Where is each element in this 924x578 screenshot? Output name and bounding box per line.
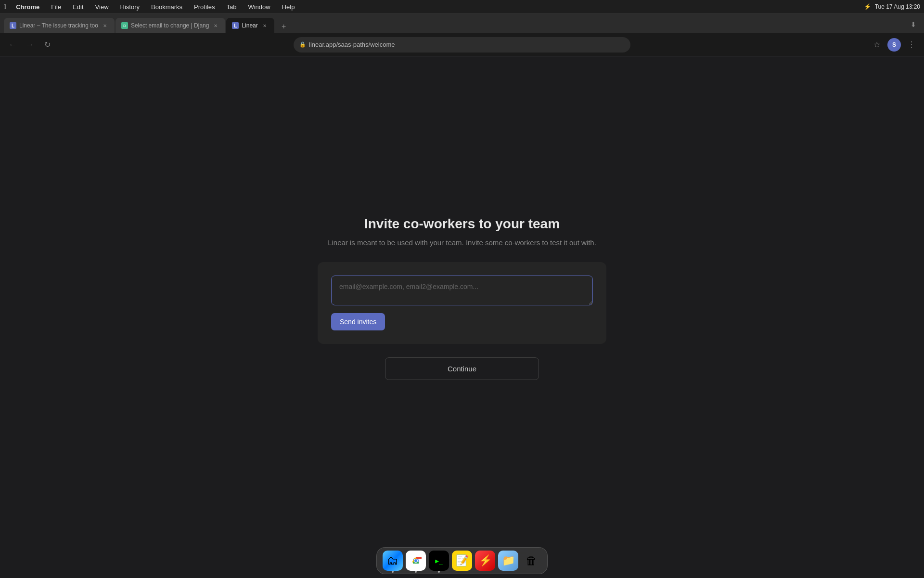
terminal-dot (438, 571, 440, 573)
continue-button[interactable]: Continue (385, 357, 539, 380)
tab-3-close[interactable]: ✕ (261, 22, 269, 29)
app-name-menu[interactable]: Chrome (14, 2, 41, 12)
email-input[interactable] (331, 276, 593, 305)
page-title: Invite co-workers to your team (364, 216, 560, 232)
tab-3-favicon: L (232, 22, 239, 29)
url-display: linear.app/saas-paths/welcome (309, 41, 625, 48)
edit-menu[interactable]: Edit (71, 2, 85, 12)
downloads-icon[interactable]: ⬇ (907, 18, 920, 31)
apple-menu[interactable]:  (4, 3, 6, 11)
trash-icon: 🗑 (526, 554, 537, 567)
page-content: Invite co-workers to your team Linear is… (0, 56, 924, 578)
reeder-icon: ⚡ (479, 554, 492, 567)
bookmark-button[interactable]: ☆ (870, 38, 884, 52)
tab-1-title: Linear – The issue tracking too (19, 22, 98, 29)
more-button[interactable]: ⋮ (905, 38, 918, 52)
tab-2-favicon: D (121, 22, 128, 29)
dock-files[interactable]: 📁 (498, 551, 518, 571)
url-bar[interactable]: 🔒 linear.app/saas-paths/welcome (294, 37, 630, 53)
chrome-dot (415, 571, 417, 573)
forward-button[interactable]: → (23, 38, 37, 52)
tab-1-close[interactable]: ✕ (101, 22, 109, 29)
window-menu[interactable]: Window (246, 2, 272, 12)
address-bar: ← → ↻ 🔒 linear.app/saas-paths/welcome ☆ … (0, 33, 924, 56)
view-menu[interactable]: View (93, 2, 111, 12)
page-subtitle: Linear is meant to be used with your tea… (328, 238, 596, 247)
tab-2-title: Select email to change | Djang (131, 22, 209, 29)
time-display: Tue 17 Aug 13:20 (875, 3, 920, 10)
dock-trash[interactable]: 🗑 (521, 551, 541, 571)
terminal-icon: ▶_ (435, 557, 443, 565)
lock-icon: 🔒 (299, 41, 306, 48)
file-menu[interactable]: File (49, 2, 63, 12)
menu-bar:  Chrome File Edit View History Bookmark… (0, 0, 924, 14)
dock-finder[interactable]: 🗂 (383, 551, 403, 571)
invite-card: Send invites (318, 262, 606, 344)
bookmarks-menu[interactable]: Bookmarks (149, 2, 184, 12)
finder-icon: 🗂 (387, 554, 398, 567)
reload-button[interactable]: ↻ (40, 38, 54, 52)
tab-3-title: Linear (242, 22, 257, 29)
profile-button[interactable]: S (887, 38, 901, 52)
battery-icon: ⚡ (864, 3, 871, 10)
finder-dot (392, 571, 394, 573)
back-button[interactable]: ← (6, 38, 19, 52)
dock: 🗂 ▶_ 📝 ⚡ 📁 🗑 (376, 547, 548, 574)
dock-notes[interactable]: 📝 (452, 551, 472, 571)
tab-3[interactable]: L Linear ✕ (226, 18, 274, 33)
tab-1-favicon: L (10, 22, 16, 29)
new-tab-button[interactable]: + (277, 20, 291, 33)
tab-2-close[interactable]: ✕ (212, 22, 219, 29)
tab-1[interactable]: L Linear – The issue tracking too ✕ (4, 18, 115, 33)
browser-window: L Linear – The issue tracking too ✕ D Se… (0, 14, 924, 578)
profiles-menu[interactable]: Profiles (192, 2, 217, 12)
dock-chrome[interactable] (406, 551, 426, 571)
tab-menu[interactable]: Tab (224, 2, 238, 12)
dock-terminal[interactable]: ▶_ (429, 551, 449, 571)
svg-point-3 (414, 559, 417, 562)
files-icon: 📁 (502, 554, 515, 567)
invite-container: Invite co-workers to your team Linear is… (318, 216, 606, 380)
tab-2[interactable]: D Select email to change | Djang ✕ (116, 18, 226, 33)
help-menu[interactable]: Help (280, 2, 297, 12)
tab-bar: L Linear – The issue tracking too ✕ D Se… (0, 14, 924, 33)
chrome-icon (409, 554, 423, 567)
notes-icon: 📝 (456, 554, 469, 567)
dock-reeder[interactable]: ⚡ (475, 551, 495, 571)
send-invites-button[interactable]: Send invites (331, 313, 385, 330)
history-menu[interactable]: History (118, 2, 141, 12)
